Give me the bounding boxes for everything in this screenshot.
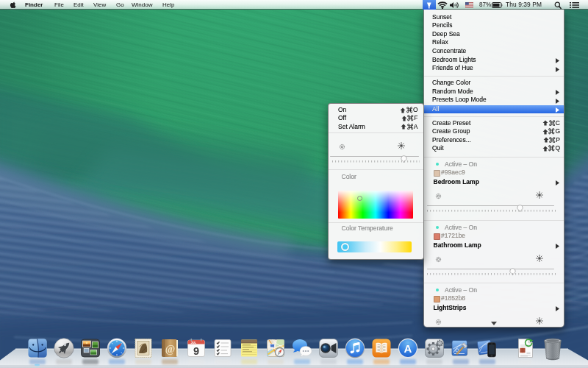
svg-text:A: A	[404, 342, 412, 355]
svg-text:@: @	[165, 343, 175, 355]
svg-text:9: 9	[193, 345, 198, 357]
